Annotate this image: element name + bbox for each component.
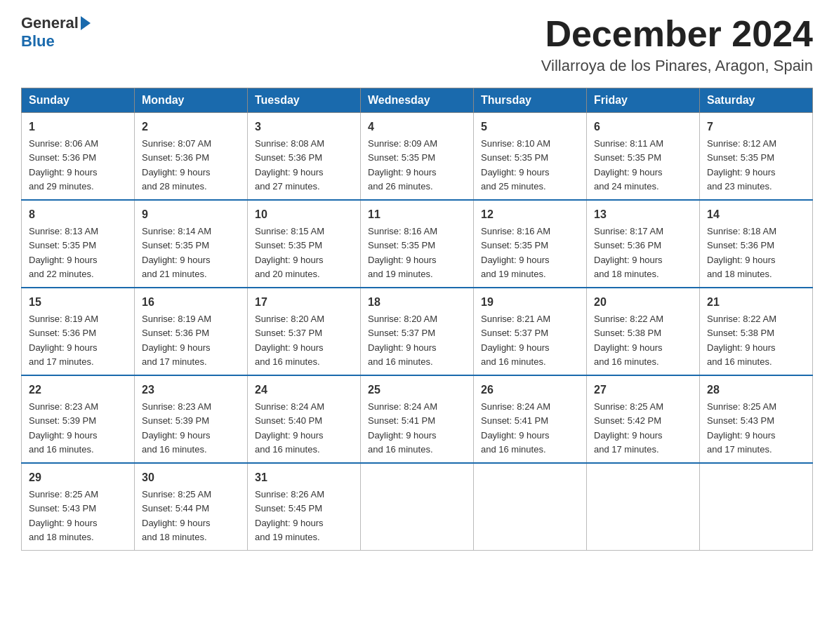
day-info: Sunrise: 8:16 AMSunset: 5:35 PMDaylight:… [368, 226, 437, 279]
day-number: 15 [29, 294, 127, 311]
day-number: 7 [707, 119, 805, 135]
day-number: 12 [481, 206, 579, 223]
day-info: Sunrise: 8:21 AMSunset: 5:37 PMDaylight:… [481, 314, 550, 367]
table-row: 21 Sunrise: 8:22 AMSunset: 5:38 PMDaylig… [700, 288, 813, 375]
table-row: 18 Sunrise: 8:20 AMSunset: 5:37 PMDaylig… [361, 288, 474, 375]
day-number: 6 [594, 119, 692, 135]
day-info: Sunrise: 8:26 AMSunset: 5:45 PMDaylight:… [255, 489, 324, 542]
table-row [700, 463, 813, 551]
table-row: 13 Sunrise: 8:17 AMSunset: 5:36 PMDaylig… [587, 200, 700, 288]
day-number: 2 [142, 119, 240, 135]
table-row: 1 Sunrise: 8:06 AMSunset: 5:36 PMDayligh… [22, 113, 135, 201]
table-row: 3 Sunrise: 8:08 AMSunset: 5:36 PMDayligh… [248, 113, 361, 201]
day-number: 17 [255, 294, 353, 311]
logo-blue-text: Blue [21, 32, 55, 51]
day-info: Sunrise: 8:22 AMSunset: 5:38 PMDaylight:… [594, 314, 663, 367]
calendar-week-row: 22 Sunrise: 8:23 AMSunset: 5:39 PMDaylig… [22, 375, 813, 463]
day-number: 25 [368, 382, 466, 398]
table-row [361, 463, 474, 551]
table-row: 28 Sunrise: 8:25 AMSunset: 5:43 PMDaylig… [700, 375, 813, 463]
day-info: Sunrise: 8:07 AMSunset: 5:36 PMDaylight:… [142, 138, 211, 192]
table-row: 25 Sunrise: 8:24 AMSunset: 5:41 PMDaylig… [361, 375, 474, 463]
day-number: 21 [707, 294, 805, 311]
day-info: Sunrise: 8:08 AMSunset: 5:36 PMDaylight:… [255, 138, 324, 192]
day-number: 16 [142, 294, 240, 311]
day-info: Sunrise: 8:13 AMSunset: 5:35 PMDaylight:… [29, 226, 98, 279]
day-number: 29 [29, 469, 127, 486]
day-info: Sunrise: 8:19 AMSunset: 5:36 PMDaylight:… [142, 314, 211, 367]
calendar-week-row: 1 Sunrise: 8:06 AMSunset: 5:36 PMDayligh… [22, 113, 813, 201]
calendar-week-row: 15 Sunrise: 8:19 AMSunset: 5:36 PMDaylig… [22, 288, 813, 375]
table-row: 15 Sunrise: 8:19 AMSunset: 5:36 PMDaylig… [22, 288, 135, 375]
day-number: 23 [142, 382, 240, 398]
table-row: 22 Sunrise: 8:23 AMSunset: 5:39 PMDaylig… [22, 375, 135, 463]
page-title: December 2024 [541, 14, 813, 54]
page-header: General Blue December 2024 Villarroya de… [21, 14, 813, 75]
day-info: Sunrise: 8:12 AMSunset: 5:35 PMDaylight:… [707, 138, 776, 192]
day-info: Sunrise: 8:23 AMSunset: 5:39 PMDaylight:… [142, 401, 211, 455]
day-info: Sunrise: 8:22 AMSunset: 5:38 PMDaylight:… [707, 314, 776, 367]
col-wednesday: Wednesday [361, 88, 474, 113]
calendar-header-row: Sunday Monday Tuesday Wednesday Thursday… [22, 88, 813, 113]
day-info: Sunrise: 8:24 AMSunset: 5:41 PMDaylight:… [481, 401, 550, 455]
day-info: Sunrise: 8:10 AMSunset: 5:35 PMDaylight:… [481, 138, 550, 192]
table-row: 14 Sunrise: 8:18 AMSunset: 5:36 PMDaylig… [700, 200, 813, 288]
table-row: 30 Sunrise: 8:25 AMSunset: 5:44 PMDaylig… [135, 463, 248, 551]
day-info: Sunrise: 8:24 AMSunset: 5:41 PMDaylight:… [368, 401, 437, 455]
calendar-table: Sunday Monday Tuesday Wednesday Thursday… [21, 88, 813, 551]
day-info: Sunrise: 8:25 AMSunset: 5:43 PMDaylight:… [29, 489, 98, 542]
day-number: 30 [142, 469, 240, 486]
table-row: 17 Sunrise: 8:20 AMSunset: 5:37 PMDaylig… [248, 288, 361, 375]
col-thursday: Thursday [474, 88, 587, 113]
table-row: 11 Sunrise: 8:16 AMSunset: 5:35 PMDaylig… [361, 200, 474, 288]
day-number: 20 [594, 294, 692, 311]
col-sunday: Sunday [22, 88, 135, 113]
day-info: Sunrise: 8:09 AMSunset: 5:35 PMDaylight:… [368, 138, 437, 192]
day-info: Sunrise: 8:17 AMSunset: 5:36 PMDaylight:… [594, 226, 663, 279]
col-tuesday: Tuesday [248, 88, 361, 113]
day-info: Sunrise: 8:24 AMSunset: 5:40 PMDaylight:… [255, 401, 324, 455]
day-number: 24 [255, 382, 353, 398]
table-row: 6 Sunrise: 8:11 AMSunset: 5:35 PMDayligh… [587, 113, 700, 201]
table-row: 4 Sunrise: 8:09 AMSunset: 5:35 PMDayligh… [361, 113, 474, 201]
table-row: 16 Sunrise: 8:19 AMSunset: 5:36 PMDaylig… [135, 288, 248, 375]
day-number: 26 [481, 382, 579, 398]
day-info: Sunrise: 8:16 AMSunset: 5:35 PMDaylight:… [481, 226, 550, 279]
day-info: Sunrise: 8:14 AMSunset: 5:35 PMDaylight:… [142, 226, 211, 279]
table-row: 23 Sunrise: 8:23 AMSunset: 5:39 PMDaylig… [135, 375, 248, 463]
day-info: Sunrise: 8:25 AMSunset: 5:43 PMDaylight:… [707, 401, 776, 455]
day-info: Sunrise: 8:25 AMSunset: 5:42 PMDaylight:… [594, 401, 663, 455]
day-info: Sunrise: 8:23 AMSunset: 5:39 PMDaylight:… [29, 401, 98, 455]
table-row: 5 Sunrise: 8:10 AMSunset: 5:35 PMDayligh… [474, 113, 587, 201]
table-row: 29 Sunrise: 8:25 AMSunset: 5:43 PMDaylig… [22, 463, 135, 551]
day-number: 19 [481, 294, 579, 311]
day-info: Sunrise: 8:20 AMSunset: 5:37 PMDaylight:… [255, 314, 324, 367]
table-row: 2 Sunrise: 8:07 AMSunset: 5:36 PMDayligh… [135, 113, 248, 201]
day-info: Sunrise: 8:11 AMSunset: 5:35 PMDaylight:… [594, 138, 663, 192]
day-number: 11 [368, 206, 466, 223]
title-area: December 2024 Villarroya de los Pinares,… [541, 14, 813, 75]
day-info: Sunrise: 8:15 AMSunset: 5:35 PMDaylight:… [255, 226, 324, 279]
table-row: 24 Sunrise: 8:24 AMSunset: 5:40 PMDaylig… [248, 375, 361, 463]
page-subtitle: Villarroya de los Pinares, Aragon, Spain [541, 57, 813, 75]
day-number: 8 [29, 206, 127, 223]
table-row: 12 Sunrise: 8:16 AMSunset: 5:35 PMDaylig… [474, 200, 587, 288]
col-friday: Friday [587, 88, 700, 113]
day-number: 27 [594, 382, 692, 398]
col-monday: Monday [135, 88, 248, 113]
day-number: 22 [29, 382, 127, 398]
table-row: 27 Sunrise: 8:25 AMSunset: 5:42 PMDaylig… [587, 375, 700, 463]
table-row: 19 Sunrise: 8:21 AMSunset: 5:37 PMDaylig… [474, 288, 587, 375]
table-row: 26 Sunrise: 8:24 AMSunset: 5:41 PMDaylig… [474, 375, 587, 463]
day-number: 10 [255, 206, 353, 223]
table-row: 31 Sunrise: 8:26 AMSunset: 5:45 PMDaylig… [248, 463, 361, 551]
calendar-week-row: 29 Sunrise: 8:25 AMSunset: 5:43 PMDaylig… [22, 463, 813, 551]
table-row: 20 Sunrise: 8:22 AMSunset: 5:38 PMDaylig… [587, 288, 700, 375]
col-saturday: Saturday [700, 88, 813, 113]
day-number: 3 [255, 119, 353, 135]
table-row [587, 463, 700, 551]
day-number: 18 [368, 294, 466, 311]
table-row: 9 Sunrise: 8:14 AMSunset: 5:35 PMDayligh… [135, 200, 248, 288]
day-number: 5 [481, 119, 579, 135]
logo: General Blue [21, 14, 91, 51]
